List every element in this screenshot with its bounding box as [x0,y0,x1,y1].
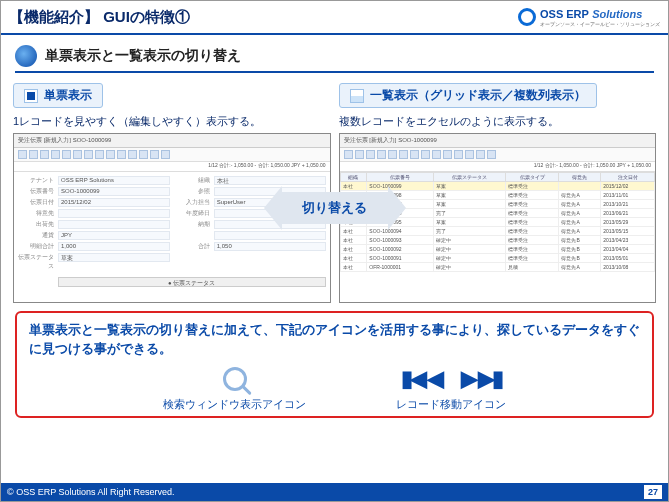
cell: 草案 [434,182,506,191]
cell: 草案 [434,200,506,209]
col-header: 伝票ステータス [434,173,506,182]
field-label: 合計 [174,242,210,251]
table-row: 本社SOO-1000092確定中標準受注得意先B2013/04/04 [340,245,655,254]
col-header: 注文日付 [601,173,655,182]
single-view-label: 単票表示 [44,87,92,104]
cell: 得意先B [559,236,601,245]
cell: 草案 [434,218,506,227]
cell: 標準受注 [505,200,559,209]
swirl-icon [15,45,37,67]
cell: 完了 [434,209,506,218]
cell: 本社 [340,236,367,245]
header-bar: 【機能紹介】 GUIの特徴① OSS ERP Solutions オープンソース… [1,1,668,35]
cell: OFR-1000001 [367,263,434,272]
field-value [58,220,170,229]
cell: 標準受注 [505,191,559,200]
section-subtitle: 単票表示と一覧表示の切り替え [15,45,654,73]
cell: 得意先A [559,218,601,227]
cell: 得意先A [559,200,601,209]
switch-label: 切り替える [302,199,367,217]
search-icon-label: 検索ウィンドウ表示アイコン [163,397,306,412]
field-label: 通貨 [18,231,54,240]
cell [559,182,601,191]
field-value: OSS ERP Solutions [58,176,170,185]
info-box: 単票表示と一覧表示の切り替えに加えて、下記のアイコンを活用する事により、探してい… [15,311,654,418]
grid-view-icon [350,89,364,103]
first-prev-icon: ▮◀ ◀ [401,366,441,392]
cell: 2015/12/02 [601,182,655,191]
field-label [174,231,210,240]
switch-arrow: 切り替える [280,186,390,230]
cell: 得意先A [559,209,601,218]
field-value: 本社 [214,176,326,185]
brand-suffix: Solutions [592,8,642,20]
field-label: 明細合計 [18,242,54,251]
cell: SOO-1000091 [367,254,434,263]
cell: 標準受注 [505,236,559,245]
cell: 2013/06/21 [601,209,655,218]
page-number: 27 [644,485,662,499]
mock-titlebar-2: 受注伝票 [新規入力] SOO-1000099 [340,134,656,148]
grid-view-badge: 一覧表示（グリッド表示／複数列表示） [339,83,597,108]
cell: 2013/11/01 [601,191,655,200]
field-label: 伝票番号 [18,187,54,196]
cell: 2013/04/23 [601,236,655,245]
table-row: 本社SOO-1000091確定中標準受注得意先B2013/05/01 [340,254,655,263]
col-header: 得意先 [559,173,601,182]
cell: 得意先A [559,191,601,200]
field-value: 2015/12/02 [58,198,170,207]
cell: 標準受注 [505,182,559,191]
field-label: 得意先 [18,209,54,218]
info-lead: 単票表示と一覧表示の切り替えに加えて、下記のアイコンを活用する事により、探してい… [29,321,640,359]
field-label: テナント [18,176,54,185]
cell: 得意先B [559,254,601,263]
cell: 確定中 [434,245,506,254]
field-value: JPY [58,231,170,240]
field-label: 伝票日付 [18,198,54,207]
nav-icon-cell: ▮◀ ◀ ▶ ▶▮ レコード移動アイコン [396,363,506,412]
mock-status-2: 1/12 合計:- 1,050.00 - 合計: 1,050.00 JPY + … [340,162,656,172]
field-value [58,209,170,218]
mock-status: 1/12 合計:- 1,050.00 - 合計: 1,050.00 JPY + … [14,162,330,172]
cell: 得意先B [559,245,601,254]
cell: 標準受注 [505,209,559,218]
cell: 2013/05/01 [601,254,655,263]
field-label: 組織 [174,176,210,185]
subtitle-text: 単票表示と一覧表示の切り替え [45,47,241,65]
status-button: ● 伝票ステータス [58,277,326,287]
field-value: 草案 [58,253,170,262]
logo-ring-icon [518,8,536,26]
magnifier-icon [223,367,247,391]
brand-name: OSS ERP [540,8,589,20]
cell: 本社 [340,263,367,272]
col-header: 組織 [340,173,367,182]
field-value: 1,000 [58,242,170,251]
grid-view-label: 一覧表示（グリッド表示／複数列表示） [370,87,586,104]
cell: 標準受注 [505,245,559,254]
brand-tagline: オープンソース・イーアールピー・ソリューションズ [540,21,660,27]
col-header: 伝票番号 [367,173,434,182]
mock-titlebar: 受注伝票 [新規入力] SOO-1000099 [14,134,330,148]
cell: SOO-1000092 [367,245,434,254]
cell: 2013/05/29 [601,218,655,227]
cell: 得意先A [559,263,601,272]
field-label: 参照 [174,187,210,196]
cell: 確定中 [434,236,506,245]
cell: 2013/10/08 [601,263,655,272]
footer-bar: © OSS ERP Solutions All Right Reserved. … [1,483,668,501]
single-view-badge: 単票表示 [13,83,103,108]
single-view-icon [24,89,38,103]
field-label: 伝票ステータス [18,253,54,271]
search-icon-cell: 検索ウィンドウ表示アイコン [163,363,306,412]
cell: 本社 [340,254,367,263]
cell: 完了 [434,227,506,236]
cell: SOO-1000093 [367,236,434,245]
nav-icon-label: レコード移動アイコン [396,397,506,412]
cell: 得意先A [559,227,601,236]
cell: 草案 [434,191,506,200]
field-value [214,231,326,240]
cell: 本社 [340,245,367,254]
brand-logo: OSS ERP Solutions オープンソース・イーアールピー・ソリューショ… [518,7,660,27]
cell: 標準受注 [505,227,559,236]
cell: 確定中 [434,263,506,272]
